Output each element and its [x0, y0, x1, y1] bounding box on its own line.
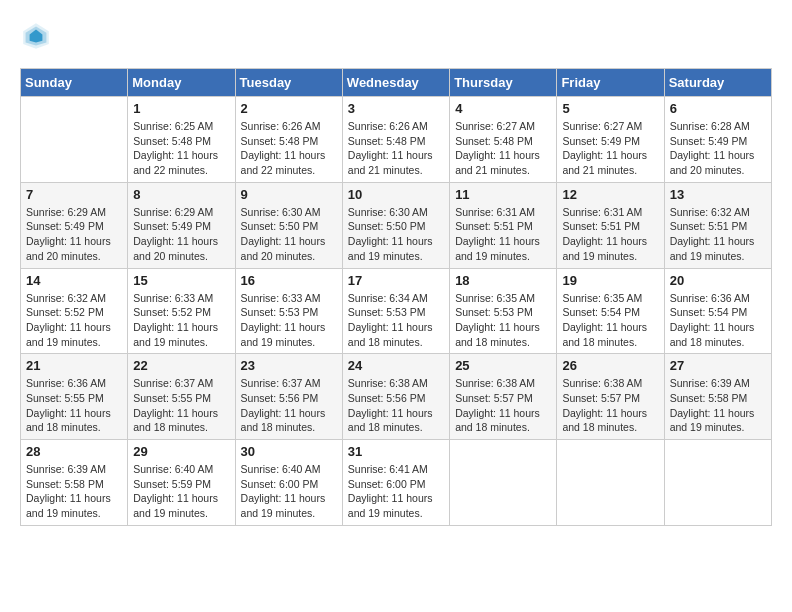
- calendar-cell: 2Sunrise: 6:26 AM Sunset: 5:48 PM Daylig…: [235, 97, 342, 183]
- calendar-cell: 5Sunrise: 6:27 AM Sunset: 5:49 PM Daylig…: [557, 97, 664, 183]
- day-info: Sunrise: 6:39 AM Sunset: 5:58 PM Dayligh…: [670, 376, 766, 435]
- day-info: Sunrise: 6:37 AM Sunset: 5:56 PM Dayligh…: [241, 376, 337, 435]
- calendar-cell: 19Sunrise: 6:35 AM Sunset: 5:54 PM Dayli…: [557, 268, 664, 354]
- calendar-cell: [21, 97, 128, 183]
- day-number: 22: [133, 358, 229, 373]
- calendar-cell: 6Sunrise: 6:28 AM Sunset: 5:49 PM Daylig…: [664, 97, 771, 183]
- calendar-cell: 29Sunrise: 6:40 AM Sunset: 5:59 PM Dayli…: [128, 440, 235, 526]
- day-info: Sunrise: 6:27 AM Sunset: 5:48 PM Dayligh…: [455, 119, 551, 178]
- day-info: Sunrise: 6:30 AM Sunset: 5:50 PM Dayligh…: [348, 205, 444, 264]
- logo-icon: [20, 20, 52, 52]
- day-number: 28: [26, 444, 122, 459]
- calendar-cell: 30Sunrise: 6:40 AM Sunset: 6:00 PM Dayli…: [235, 440, 342, 526]
- calendar-cell: 11Sunrise: 6:31 AM Sunset: 5:51 PM Dayli…: [450, 182, 557, 268]
- day-info: Sunrise: 6:26 AM Sunset: 5:48 PM Dayligh…: [348, 119, 444, 178]
- calendar-cell: [450, 440, 557, 526]
- day-number: 8: [133, 187, 229, 202]
- day-number: 27: [670, 358, 766, 373]
- day-number: 25: [455, 358, 551, 373]
- calendar-cell: 10Sunrise: 6:30 AM Sunset: 5:50 PM Dayli…: [342, 182, 449, 268]
- day-header-monday: Monday: [128, 69, 235, 97]
- day-info: Sunrise: 6:31 AM Sunset: 5:51 PM Dayligh…: [455, 205, 551, 264]
- calendar-table: SundayMondayTuesdayWednesdayThursdayFrid…: [20, 68, 772, 526]
- day-number: 16: [241, 273, 337, 288]
- calendar-cell: 24Sunrise: 6:38 AM Sunset: 5:56 PM Dayli…: [342, 354, 449, 440]
- calendar-cell: 1Sunrise: 6:25 AM Sunset: 5:48 PM Daylig…: [128, 97, 235, 183]
- calendar-cell: 3Sunrise: 6:26 AM Sunset: 5:48 PM Daylig…: [342, 97, 449, 183]
- day-info: Sunrise: 6:36 AM Sunset: 5:55 PM Dayligh…: [26, 376, 122, 435]
- day-number: 10: [348, 187, 444, 202]
- header: [20, 20, 772, 52]
- day-info: Sunrise: 6:33 AM Sunset: 5:53 PM Dayligh…: [241, 291, 337, 350]
- day-number: 5: [562, 101, 658, 116]
- week-row-5: 28Sunrise: 6:39 AM Sunset: 5:58 PM Dayli…: [21, 440, 772, 526]
- calendar-cell: 12Sunrise: 6:31 AM Sunset: 5:51 PM Dayli…: [557, 182, 664, 268]
- day-number: 13: [670, 187, 766, 202]
- day-info: Sunrise: 6:32 AM Sunset: 5:51 PM Dayligh…: [670, 205, 766, 264]
- day-number: 24: [348, 358, 444, 373]
- day-number: 30: [241, 444, 337, 459]
- calendar-cell: 16Sunrise: 6:33 AM Sunset: 5:53 PM Dayli…: [235, 268, 342, 354]
- day-number: 20: [670, 273, 766, 288]
- day-info: Sunrise: 6:35 AM Sunset: 5:53 PM Dayligh…: [455, 291, 551, 350]
- day-info: Sunrise: 6:33 AM Sunset: 5:52 PM Dayligh…: [133, 291, 229, 350]
- day-number: 2: [241, 101, 337, 116]
- day-number: 23: [241, 358, 337, 373]
- day-info: Sunrise: 6:34 AM Sunset: 5:53 PM Dayligh…: [348, 291, 444, 350]
- calendar-cell: 20Sunrise: 6:36 AM Sunset: 5:54 PM Dayli…: [664, 268, 771, 354]
- day-number: 1: [133, 101, 229, 116]
- day-info: Sunrise: 6:27 AM Sunset: 5:49 PM Dayligh…: [562, 119, 658, 178]
- calendar-cell: 28Sunrise: 6:39 AM Sunset: 5:58 PM Dayli…: [21, 440, 128, 526]
- day-number: 14: [26, 273, 122, 288]
- calendar-cell: 31Sunrise: 6:41 AM Sunset: 6:00 PM Dayli…: [342, 440, 449, 526]
- day-header-thursday: Thursday: [450, 69, 557, 97]
- calendar-cell: 14Sunrise: 6:32 AM Sunset: 5:52 PM Dayli…: [21, 268, 128, 354]
- day-number: 12: [562, 187, 658, 202]
- calendar-cell: 9Sunrise: 6:30 AM Sunset: 5:50 PM Daylig…: [235, 182, 342, 268]
- calendar-cell: 7Sunrise: 6:29 AM Sunset: 5:49 PM Daylig…: [21, 182, 128, 268]
- day-info: Sunrise: 6:40 AM Sunset: 6:00 PM Dayligh…: [241, 462, 337, 521]
- day-info: Sunrise: 6:28 AM Sunset: 5:49 PM Dayligh…: [670, 119, 766, 178]
- day-info: Sunrise: 6:38 AM Sunset: 5:57 PM Dayligh…: [562, 376, 658, 435]
- day-info: Sunrise: 6:37 AM Sunset: 5:55 PM Dayligh…: [133, 376, 229, 435]
- day-number: 3: [348, 101, 444, 116]
- calendar-cell: 23Sunrise: 6:37 AM Sunset: 5:56 PM Dayli…: [235, 354, 342, 440]
- day-number: 21: [26, 358, 122, 373]
- calendar-cell: 17Sunrise: 6:34 AM Sunset: 5:53 PM Dayli…: [342, 268, 449, 354]
- day-number: 19: [562, 273, 658, 288]
- calendar-cell: 15Sunrise: 6:33 AM Sunset: 5:52 PM Dayli…: [128, 268, 235, 354]
- day-number: 9: [241, 187, 337, 202]
- day-info: Sunrise: 6:32 AM Sunset: 5:52 PM Dayligh…: [26, 291, 122, 350]
- calendar-cell: 27Sunrise: 6:39 AM Sunset: 5:58 PM Dayli…: [664, 354, 771, 440]
- calendar-cell: 22Sunrise: 6:37 AM Sunset: 5:55 PM Dayli…: [128, 354, 235, 440]
- day-info: Sunrise: 6:38 AM Sunset: 5:56 PM Dayligh…: [348, 376, 444, 435]
- logo: [20, 20, 58, 52]
- week-row-2: 7Sunrise: 6:29 AM Sunset: 5:49 PM Daylig…: [21, 182, 772, 268]
- day-info: Sunrise: 6:29 AM Sunset: 5:49 PM Dayligh…: [26, 205, 122, 264]
- week-row-4: 21Sunrise: 6:36 AM Sunset: 5:55 PM Dayli…: [21, 354, 772, 440]
- day-number: 31: [348, 444, 444, 459]
- calendar-cell: 26Sunrise: 6:38 AM Sunset: 5:57 PM Dayli…: [557, 354, 664, 440]
- day-header-friday: Friday: [557, 69, 664, 97]
- calendar-cell: 18Sunrise: 6:35 AM Sunset: 5:53 PM Dayli…: [450, 268, 557, 354]
- calendar-cell: 21Sunrise: 6:36 AM Sunset: 5:55 PM Dayli…: [21, 354, 128, 440]
- day-number: 17: [348, 273, 444, 288]
- day-info: Sunrise: 6:39 AM Sunset: 5:58 PM Dayligh…: [26, 462, 122, 521]
- day-header-wednesday: Wednesday: [342, 69, 449, 97]
- day-header-saturday: Saturday: [664, 69, 771, 97]
- day-info: Sunrise: 6:29 AM Sunset: 5:49 PM Dayligh…: [133, 205, 229, 264]
- calendar-cell: 25Sunrise: 6:38 AM Sunset: 5:57 PM Dayli…: [450, 354, 557, 440]
- day-info: Sunrise: 6:38 AM Sunset: 5:57 PM Dayligh…: [455, 376, 551, 435]
- day-number: 6: [670, 101, 766, 116]
- day-number: 15: [133, 273, 229, 288]
- day-number: 18: [455, 273, 551, 288]
- week-row-1: 1Sunrise: 6:25 AM Sunset: 5:48 PM Daylig…: [21, 97, 772, 183]
- day-number: 7: [26, 187, 122, 202]
- day-number: 29: [133, 444, 229, 459]
- calendar-cell: [664, 440, 771, 526]
- day-info: Sunrise: 6:25 AM Sunset: 5:48 PM Dayligh…: [133, 119, 229, 178]
- day-number: 4: [455, 101, 551, 116]
- day-header-tuesday: Tuesday: [235, 69, 342, 97]
- day-info: Sunrise: 6:30 AM Sunset: 5:50 PM Dayligh…: [241, 205, 337, 264]
- day-info: Sunrise: 6:31 AM Sunset: 5:51 PM Dayligh…: [562, 205, 658, 264]
